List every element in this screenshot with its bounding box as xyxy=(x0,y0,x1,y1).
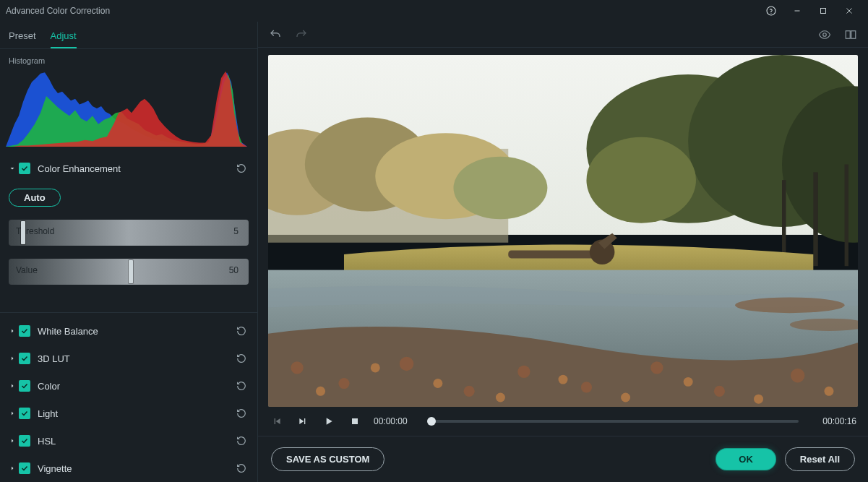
compare-icon[interactable] xyxy=(843,27,858,42)
svg-point-17 xyxy=(453,157,547,220)
svg-point-36 xyxy=(791,369,804,382)
svg-point-32 xyxy=(517,366,530,378)
svg-point-28 xyxy=(291,361,303,374)
section-label: 3D LUT xyxy=(38,353,233,364)
svg-point-37 xyxy=(316,387,325,396)
value-value: 50 xyxy=(229,265,239,275)
seek-track[interactable] xyxy=(431,420,799,423)
section-label: Light xyxy=(38,408,233,419)
tab-preset[interactable]: Preset xyxy=(9,26,36,48)
svg-point-38 xyxy=(371,363,380,372)
histogram xyxy=(6,68,252,147)
caret-down-icon xyxy=(7,164,17,173)
time-total: 00:00:16 xyxy=(815,416,856,426)
reset-color[interactable] xyxy=(233,377,250,395)
section-color-enhancement[interactable]: Color Enhancement xyxy=(0,155,257,181)
threshold-thumb[interactable] xyxy=(21,221,25,244)
caret-right-icon xyxy=(7,327,17,335)
svg-point-44 xyxy=(754,395,763,404)
redo-button[interactable] xyxy=(294,27,309,42)
section-label: White Balance xyxy=(38,326,233,337)
svg-point-40 xyxy=(496,393,505,403)
left-panel: Preset Adjust Histogram Color Enhancemen… xyxy=(0,22,258,482)
save-as-custom-button[interactable]: SAVE AS CUSTOM xyxy=(271,447,384,471)
tab-adjust[interactable]: Adjust xyxy=(51,26,77,48)
section-white-balance[interactable]: White Balance xyxy=(0,317,257,345)
minimize-button[interactable] xyxy=(784,0,810,22)
section-3d-lut[interactable]: 3D LUT xyxy=(0,345,257,372)
histogram-label: Histogram xyxy=(0,49,257,68)
reset-all-button[interactable]: Reset All xyxy=(785,447,855,471)
svg-point-0 xyxy=(767,7,775,15)
section-label: Vignette xyxy=(38,463,233,474)
preview-toolbar xyxy=(258,22,868,48)
right-panel: 00:00:00 00:00:16 SAVE AS CUSTOM OK Rese… xyxy=(258,22,868,482)
svg-point-31 xyxy=(464,386,475,397)
checkbox-light[interactable] xyxy=(19,408,30,419)
titlebar: Advanced Color Correction xyxy=(0,0,868,22)
svg-point-21 xyxy=(586,137,696,223)
playback-bar: 00:00:00 00:00:16 xyxy=(268,407,858,436)
value-slider[interactable]: Value 50 xyxy=(9,259,249,285)
prev-frame-button[interactable] xyxy=(270,414,284,429)
seek-knob[interactable] xyxy=(427,417,436,426)
svg-rect-3 xyxy=(821,9,826,14)
checkbox-hsl[interactable] xyxy=(19,435,30,447)
time-current: 00:00:00 xyxy=(374,416,416,426)
reset-light[interactable] xyxy=(233,405,250,422)
caret-right-icon xyxy=(7,409,17,418)
checkbox-color[interactable] xyxy=(19,380,30,392)
reset-white-balance[interactable] xyxy=(233,322,250,340)
threshold-slider[interactable]: Threshold 5 xyxy=(9,220,249,246)
undo-button[interactable] xyxy=(268,27,283,42)
next-frame-button[interactable] xyxy=(296,414,310,429)
svg-rect-11 xyxy=(851,30,856,38)
reset-vignette[interactable] xyxy=(233,460,250,477)
svg-rect-23 xyxy=(845,165,848,267)
svg-point-33 xyxy=(581,382,592,392)
maximize-button[interactable] xyxy=(810,0,836,22)
stop-button[interactable] xyxy=(348,414,362,429)
preview-toggle-icon[interactable] xyxy=(817,27,832,42)
svg-rect-22 xyxy=(813,172,817,266)
caret-right-icon xyxy=(7,354,17,363)
window-title: Advanced Color Correction xyxy=(6,6,110,16)
section-label: Color Enhancement xyxy=(38,163,233,174)
checkbox-white-balance[interactable] xyxy=(19,325,30,337)
tabs: Preset Adjust xyxy=(0,22,257,49)
svg-point-35 xyxy=(714,386,725,397)
ok-button[interactable]: OK xyxy=(716,448,776,470)
auto-button[interactable]: Auto xyxy=(9,189,61,207)
svg-point-42 xyxy=(621,393,630,403)
value-label: Value xyxy=(16,265,38,275)
section-vignette[interactable]: Vignette xyxy=(0,455,257,482)
section-label: HSL xyxy=(38,436,233,447)
svg-point-1 xyxy=(770,13,771,14)
close-button[interactable] xyxy=(836,0,862,22)
svg-point-39 xyxy=(433,379,442,388)
svg-rect-25 xyxy=(508,251,594,259)
svg-point-45 xyxy=(824,387,833,396)
video-preview[interactable] xyxy=(268,55,858,407)
caret-right-icon xyxy=(7,382,17,390)
section-color[interactable]: Color xyxy=(0,372,257,400)
reset-3d-lut[interactable] xyxy=(233,350,250,367)
play-button[interactable] xyxy=(322,414,336,429)
svg-point-29 xyxy=(338,378,349,389)
svg-point-43 xyxy=(684,377,693,387)
footer: SAVE AS CUSTOM OK Reset All xyxy=(258,436,868,482)
help-button[interactable] xyxy=(758,0,784,22)
checkbox-vignette[interactable] xyxy=(19,462,30,474)
svg-point-41 xyxy=(559,375,568,384)
svg-rect-10 xyxy=(846,30,850,38)
svg-point-46 xyxy=(735,297,845,313)
section-label: Color xyxy=(38,381,233,392)
section-light[interactable]: Light xyxy=(0,400,257,427)
reset-hsl[interactable] xyxy=(233,432,250,449)
checkbox-color-enhancement[interactable] xyxy=(19,163,30,174)
reset-color-enhancement[interactable] xyxy=(233,160,250,177)
value-thumb[interactable] xyxy=(129,260,133,283)
threshold-value: 5 xyxy=(233,226,239,236)
checkbox-3d-lut[interactable] xyxy=(19,353,30,364)
section-hsl[interactable]: HSL xyxy=(0,427,257,455)
